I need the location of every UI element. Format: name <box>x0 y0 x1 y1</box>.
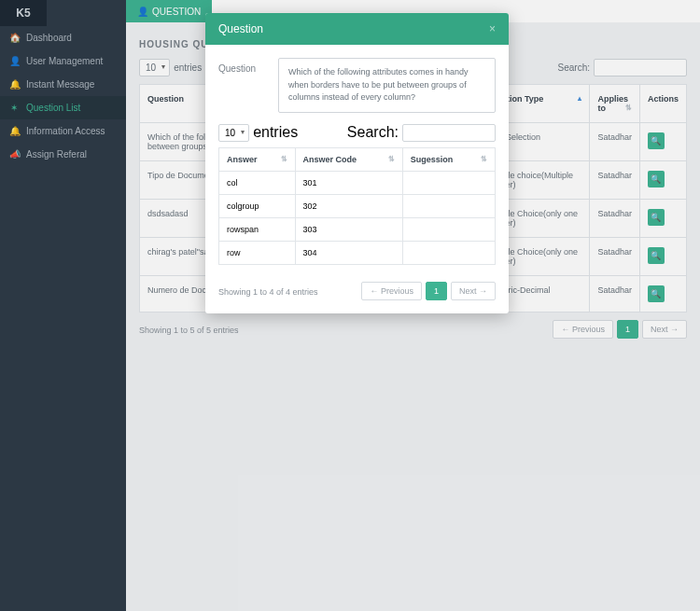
table-row: rowspan303 <box>219 217 496 241</box>
modal-prev-button[interactable]: ← Previous <box>361 282 422 300</box>
modal-title: Question <box>218 22 263 35</box>
modal-search-input[interactable] <box>402 124 496 142</box>
cell-answer-code: 301 <box>295 171 402 194</box>
table-row: colgroup302 <box>219 194 496 217</box>
cell-suggestion <box>402 194 495 217</box>
question-text: Which of the following attributes comes … <box>278 58 496 113</box>
question-field-label: Question <box>218 58 265 74</box>
question-modal: Question × Question Which of the followi… <box>205 13 509 313</box>
col-answer[interactable]: Answer <box>219 147 296 171</box>
cell-answer-code: 304 <box>295 241 402 264</box>
answers-table: Answer Answer Code Sugession col301colgr… <box>218 147 496 265</box>
modal-entries-select[interactable]: 10 <box>218 124 249 142</box>
close-icon[interactable]: × <box>489 22 496 35</box>
cell-suggestion <box>402 241 495 264</box>
modal-header: Question × <box>205 13 509 45</box>
modal-toolbar: 10 entries Search: <box>218 124 496 142</box>
cell-answer: col <box>219 171 296 194</box>
modal-pager: ← Previous 1 Next → <box>361 282 496 300</box>
modal-entries-label: entries <box>253 124 298 141</box>
col-suggestion[interactable]: Sugession <box>402 147 495 171</box>
col-answer-code[interactable]: Answer Code <box>295 147 402 171</box>
modal-table-footer: Showing 1 to 4 of 4 entries <box>218 287 318 297</box>
table-row: col301 <box>219 171 496 194</box>
modal-next-button[interactable]: Next → <box>451 282 496 300</box>
cell-answer: colgroup <box>219 194 296 217</box>
cell-suggestion <box>402 217 495 241</box>
modal-search-label: Search: <box>347 124 399 141</box>
modal-page-1-button[interactable]: 1 <box>426 282 447 300</box>
cell-suggestion <box>402 171 495 194</box>
cell-answer-code: 303 <box>295 217 402 241</box>
cell-answer: row <box>219 241 296 264</box>
cell-answer-code: 302 <box>295 194 402 217</box>
table-row: row304 <box>219 241 496 264</box>
cell-answer: rowspan <box>219 217 296 241</box>
